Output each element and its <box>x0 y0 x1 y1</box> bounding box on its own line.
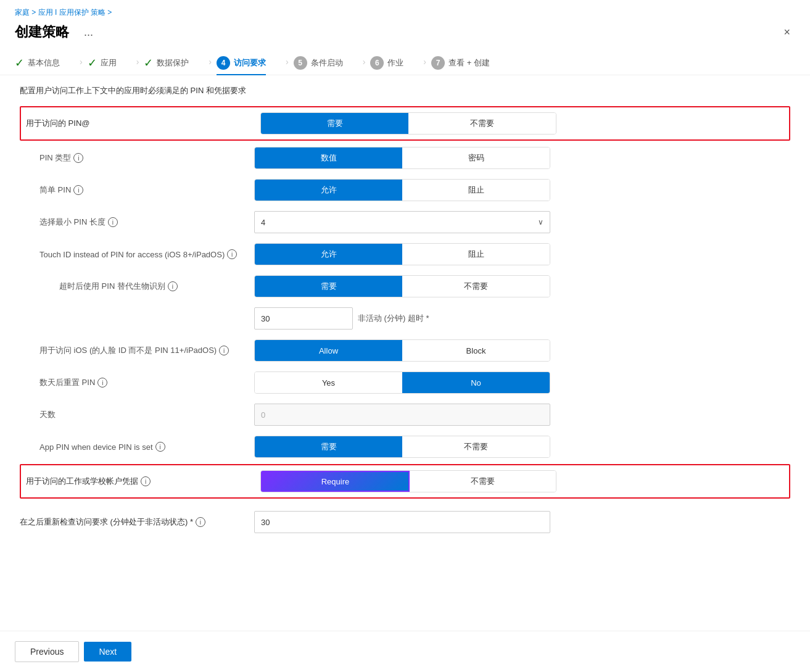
touchid-toggle[interactable]: 允许 阻止 <box>254 243 550 265</box>
sep-6: › <box>423 57 431 69</box>
sep-4: › <box>286 57 294 69</box>
faceid-block[interactable]: Block <box>402 340 550 361</box>
recheck-row: 在之后重新检查访问要求 (分钟处于非活动状态) * i 30 <box>20 506 790 538</box>
pin-type-label: PIN 类型 i <box>20 152 254 164</box>
wizard-step-5[interactable]: 5 条件启动 <box>294 56 363 70</box>
app-pin-device-label: App PIN when device PIN is set i <box>20 442 254 452</box>
step-6-label: 作业 <box>387 57 403 68</box>
step-7-num: 7 <box>431 56 445 70</box>
reset-pin-toggle[interactable]: Yes No <box>254 371 550 394</box>
work-account-row: 用于访问的工作或学校帐户凭据 i Require 不需要 <box>20 464 790 499</box>
section-description: 配置用户访问工作上下文中的应用时必须满足的 PIN 和凭据要求 <box>20 85 790 96</box>
work-account-not-require[interactable]: 不需要 <box>410 471 556 492</box>
sep-1: › <box>80 57 88 69</box>
faceid-info-icon[interactable]: i <box>219 346 229 355</box>
days-control: 0 <box>254 404 790 426</box>
wizard-steps: ✓ 基本信息 › ✓ 应用 › ✓ 数据保护 › 4 访问要求 › 5 条件启动… <box>0 46 810 75</box>
override-biometric-require[interactable]: 需要 <box>255 276 402 297</box>
title-area: 创建策略 ... × <box>0 20 810 46</box>
app-pin-device-require[interactable]: 需要 <box>255 436 402 457</box>
simple-pin-label: 简单 PIN i <box>20 185 254 196</box>
step-3-label: 数据保护 <box>157 57 189 68</box>
pin-type-info-icon[interactable]: i <box>73 153 83 163</box>
reset-pin-yes[interactable]: Yes <box>255 372 402 393</box>
pin-type-toggle[interactable]: 数值 密码 <box>254 147 550 169</box>
days-input[interactable]: 0 <box>254 404 550 426</box>
step-5-num: 5 <box>294 56 307 70</box>
min-pin-length-control: 4 ∨ <box>254 211 790 233</box>
min-pin-length-dropdown[interactable]: 4 ∨ <box>254 211 550 233</box>
wizard-step-2[interactable]: ✓ 应用 <box>88 56 136 70</box>
faceid-control: Allow Block <box>254 339 790 362</box>
faceid-toggle[interactable]: Allow Block <box>254 339 550 362</box>
title-more-button[interactable]: ... <box>84 26 93 39</box>
breadcrumb: 家庭 > 应用 I 应用保护 策略 > <box>0 0 810 20</box>
faceid-row: 用于访问 iOS (的人脸 ID 而不是 PIN 11+/iPadOS) i A… <box>20 334 790 367</box>
override-biometric-not-require[interactable]: 不需要 <box>402 276 550 297</box>
app-pin-device-info-icon[interactable]: i <box>155 442 165 452</box>
step-1-icon: ✓ <box>15 56 24 70</box>
override-biometric-toggle[interactable]: 需要 不需要 <box>254 275 550 297</box>
close-button[interactable]: × <box>779 23 795 41</box>
wizard-step-7[interactable]: 7 查看 + 创建 <box>431 56 510 70</box>
work-account-require[interactable]: Require <box>261 471 410 492</box>
next-button[interactable]: Next <box>84 642 131 662</box>
wizard-step-1[interactable]: ✓ 基本信息 <box>15 56 80 70</box>
work-account-control: Require 不需要 <box>260 470 784 492</box>
work-account-info-icon[interactable]: i <box>141 476 151 486</box>
previous-button[interactable]: Previous <box>15 641 79 662</box>
app-pin-device-row: App PIN when device PIN is set i 需要 不需要 <box>20 431 790 463</box>
inactivity-suffix: 非活动 (分钟) 超时 * <box>358 313 429 324</box>
simple-pin-block[interactable]: 阻止 <box>402 180 550 201</box>
simple-pin-info-icon[interactable]: i <box>73 185 83 195</box>
override-biometric-label: 超时后使用 PIN 替代生物识别 i <box>20 281 254 292</box>
step-4-label: 访问要求 <box>234 57 266 68</box>
sep-5: › <box>363 57 371 69</box>
faceid-allow[interactable]: Allow <box>255 340 402 361</box>
app-pin-device-toggle[interactable]: 需要 不需要 <box>254 436 550 458</box>
simple-pin-allow[interactable]: 允许 <box>255 180 402 201</box>
recheck-control: 30 <box>254 511 790 533</box>
recheck-info-icon[interactable]: i <box>196 517 205 527</box>
override-biometric-info-icon[interactable]: i <box>168 281 178 291</box>
reset-pin-control: Yes No <box>254 371 790 394</box>
reset-pin-no[interactable]: No <box>402 372 550 393</box>
step-2-icon: ✓ <box>88 56 97 70</box>
pin-for-access-require[interactable]: 需要 <box>261 113 408 134</box>
pin-type-numeric[interactable]: 数值 <box>255 147 402 168</box>
days-label: 天数 <box>20 409 254 420</box>
reset-pin-row: 数天后重置 PIN i Yes No <box>20 367 790 399</box>
simple-pin-control: 允许 阻止 <box>254 179 790 201</box>
recheck-input[interactable]: 30 <box>254 511 550 533</box>
step-7-label: 查看 + 创建 <box>448 57 490 68</box>
inactivity-timeout-input[interactable]: 30 <box>254 307 353 330</box>
work-account-toggle[interactable]: Require 不需要 <box>260 470 556 492</box>
reset-pin-label: 数天后重置 PIN i <box>20 377 254 388</box>
main-content: 配置用户访问工作上下文中的应用时必须满足的 PIN 和凭据要求 用于访问的 PI… <box>0 75 810 548</box>
reset-pin-info-icon[interactable]: i <box>97 378 107 388</box>
step-1-label: 基本信息 <box>28 57 60 68</box>
pin-for-access-not-require[interactable]: 不需要 <box>408 113 556 134</box>
override-biometric-control: 需要 不需要 <box>254 275 790 297</box>
simple-pin-toggle[interactable]: 允许 阻止 <box>254 179 550 201</box>
touchid-block[interactable]: 阻止 <box>402 244 550 265</box>
pin-type-password[interactable]: 密码 <box>402 147 550 168</box>
pin-for-access-toggle[interactable]: 需要 不需要 <box>260 112 556 135</box>
app-pin-device-control: 需要 不需要 <box>254 436 790 458</box>
app-pin-device-not-require[interactable]: 不需要 <box>402 436 550 457</box>
dropdown-chevron-icon: ∨ <box>538 218 543 226</box>
touchid-allow[interactable]: 允许 <box>255 244 402 265</box>
min-pin-length-info-icon[interactable]: i <box>108 217 118 227</box>
sep-2: › <box>136 57 144 69</box>
touchid-info-icon[interactable]: i <box>227 249 237 259</box>
wizard-step-3[interactable]: ✓ 数据保护 <box>144 56 209 70</box>
touchid-row: Touch ID instead of PIN for access (iOS … <box>20 238 790 270</box>
min-pin-length-row: 选择最小 PIN 长度 i 4 ∨ <box>20 206 790 238</box>
step-6-num: 6 <box>370 56 384 70</box>
step-2-label: 应用 <box>101 57 117 68</box>
pin-for-access-label: 用于访问的 PIN@ <box>26 118 260 129</box>
wizard-step-4[interactable]: 4 访问要求 <box>217 56 286 70</box>
wizard-step-6[interactable]: 6 作业 <box>370 56 423 70</box>
simple-pin-row: 简单 PIN i 允许 阻止 <box>20 174 790 206</box>
page-footer: Previous Next <box>0 631 810 672</box>
